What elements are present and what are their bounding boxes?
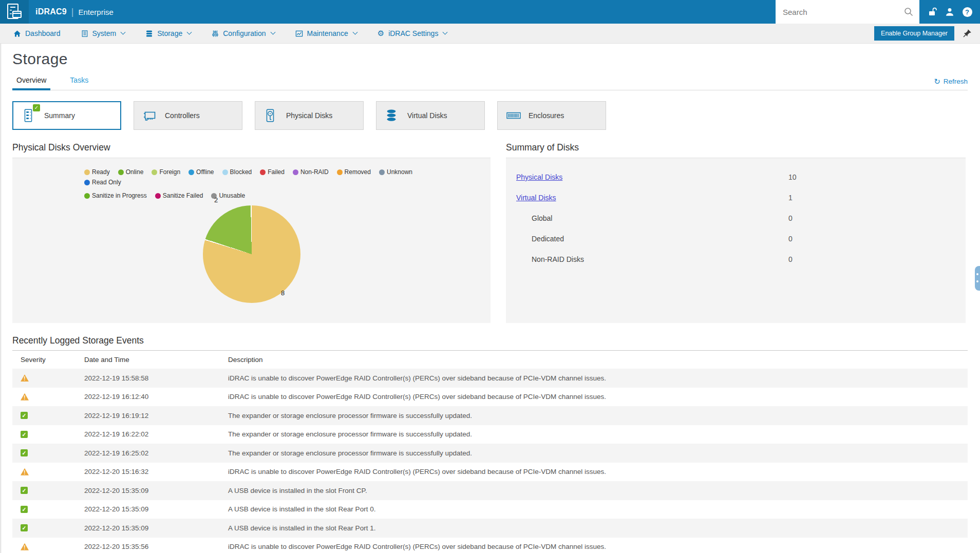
nav-item-system[interactable]: System [81, 29, 125, 37]
event-row: ✓2022-12-20 15:35:09A USB device is inst… [12, 500, 968, 519]
pie-graphic [203, 205, 300, 303]
header-spacer [114, 0, 776, 24]
event-description: The expander or storage enclosure proces… [228, 430, 968, 438]
summary-server-icon: ✓ [21, 108, 36, 123]
card-physical-disks[interactable]: Physical Disks [255, 101, 364, 130]
summary-row-virtual-disks: Virtual Disks1 [506, 187, 966, 208]
enclosure-icon [505, 108, 521, 123]
card-label: Virtual Disks [407, 111, 447, 120]
summary-value: 0 [788, 214, 793, 222]
legend-dot [189, 169, 194, 175]
legend-item-read-only: Read Only [84, 179, 121, 186]
nav-item-dashboard[interactable]: Dashboard [13, 29, 61, 37]
warning-icon: ! [21, 543, 29, 550]
server-logo-icon [6, 3, 23, 21]
summary-of-disks-panel: Physical Disks10Virtual Disks1Global0Ded… [506, 158, 966, 323]
card-summary[interactable]: ✓Summary [12, 101, 121, 130]
tabs-row: Overview Tasks ↻ Refresh [12, 72, 968, 90]
pie-chart: 2 8 [203, 205, 300, 303]
summary-link[interactable]: Physical Disks [516, 173, 562, 181]
summary-row-global: Global0 [506, 208, 966, 228]
card-virtual-disks[interactable]: Virtual Disks [376, 101, 485, 130]
legend-item-removed: Removed [337, 168, 371, 176]
pushpin-icon[interactable] [963, 29, 972, 38]
chevron-down-icon [443, 29, 448, 34]
summary-row-dedicated: Dedicated0 [506, 228, 966, 249]
storage-events-title: Recently Logged Storage Events [12, 335, 968, 346]
legend-item-foreign: Foreign [152, 168, 180, 176]
legend-item-sanitize-in-progress: Sanitize in Progress [84, 192, 147, 199]
help-icon[interactable]: ? [958, 0, 976, 24]
search-box[interactable] [776, 0, 919, 24]
physical-disks-overview-section: Physical Disks Overview ReadyOnlineForei… [12, 142, 491, 323]
legend-dot [260, 169, 266, 175]
event-description: A USB device is installed in the slot Re… [228, 505, 968, 513]
idrac-logo[interactable] [0, 0, 29, 24]
storage-events-table: Severity Date and Time Description !2022… [12, 350, 968, 553]
event-description: A USB device is installed in the slot Re… [228, 524, 968, 532]
chevron-down-icon [270, 29, 275, 34]
nav-item-idrac-settings[interactable]: ⚙iDRAC Settings [378, 29, 447, 37]
legend-dot [337, 169, 343, 175]
maintenance-icon [295, 30, 303, 37]
chevron-down-icon [352, 29, 357, 34]
legend-item-online: Online [118, 168, 144, 176]
summary-rows: Physical Disks10Virtual Disks1Global0Ded… [506, 158, 966, 270]
event-datetime: 2022-12-20 15:35:09 [84, 505, 228, 513]
summary-label: Dedicated [532, 235, 564, 243]
nav-items: DashboardSystemStorageConfigurationMaint… [13, 29, 467, 37]
summary-link[interactable]: Virtual Disks [516, 194, 556, 202]
legend-dot [222, 169, 228, 175]
nav-item-storage[interactable]: Storage [145, 29, 191, 37]
user-icon[interactable] [941, 0, 958, 24]
nav-item-label: Dashboard [25, 29, 61, 37]
summary-label: Non-RAID Disks [532, 255, 584, 263]
summary-row-physical-disks: Physical Disks10 [506, 167, 966, 187]
brand: iDRAC9 | Enterprise [29, 0, 114, 24]
storage-icon [145, 30, 153, 37]
tab-overview[interactable]: Overview [12, 72, 50, 90]
panels-row: Physical Disks Overview ReadyOnlineForei… [12, 142, 968, 323]
card-enclosures[interactable]: Enclosures [497, 101, 606, 130]
nav-right-controls: Enable Group Manager [874, 26, 980, 41]
main-navbar: DashboardSystemStorageConfigurationMaint… [0, 24, 980, 44]
pie-label-online: 2 [214, 196, 218, 204]
summary-value: 10 [788, 173, 797, 181]
tab-tasks[interactable]: Tasks [66, 72, 92, 90]
event-description: The expander or storage enclosure proces… [228, 412, 968, 419]
legend-dot [155, 193, 161, 199]
search-icon[interactable] [904, 7, 913, 16]
success-icon: ✓ [21, 412, 28, 419]
refresh-link[interactable]: ↻ Refresh [934, 78, 968, 90]
page-title: Storage [12, 50, 968, 68]
physical-disk-icon [263, 108, 278, 123]
chevron-down-icon [121, 29, 126, 34]
nav-item-configuration[interactable]: Configuration [212, 29, 274, 37]
unlock-icon[interactable] [924, 0, 941, 24]
feedback-side-tab[interactable] [975, 266, 980, 291]
event-description: iDRAC is unable to discover PowerEdge RA… [228, 543, 968, 550]
card-label: Controllers [165, 111, 200, 120]
success-icon: ✓ [21, 449, 28, 456]
card-controllers[interactable]: Controllers [134, 101, 242, 130]
legend-dot [84, 169, 90, 175]
event-datetime: 2022-12-20 15:35:56 [84, 543, 228, 550]
nav-item-maintenance[interactable]: Maintenance [295, 29, 357, 37]
success-icon: ✓ [21, 524, 28, 531]
event-row: ✓2022-12-19 16:22:02The expander or stor… [12, 425, 968, 444]
events-header-row: Severity Date and Time Description [12, 351, 968, 369]
legend-item-unknown: Unknown [379, 168, 412, 176]
search-input[interactable] [782, 7, 904, 17]
event-datetime: 2022-12-20 15:35:09 [84, 524, 228, 532]
warning-icon: ! [21, 374, 29, 382]
legend-dot [293, 169, 298, 175]
card-label: Physical Disks [286, 111, 332, 120]
pie-legend: ReadyOnlineForeignOfflineBlockedFailedNo… [84, 168, 413, 199]
event-row: !2022-12-19 16:12:40iDRAC is unable to d… [12, 388, 968, 407]
legend-item-ready: Ready [84, 168, 110, 176]
legend-item-blocked: Blocked [222, 168, 252, 176]
event-description: iDRAC is unable to discover PowerEdge RA… [228, 374, 968, 382]
enable-group-manager-button[interactable]: Enable Group Manager [874, 26, 954, 41]
header-icons: ? [919, 0, 980, 24]
event-description: A USB device is installed in the slot Fr… [228, 487, 968, 494]
